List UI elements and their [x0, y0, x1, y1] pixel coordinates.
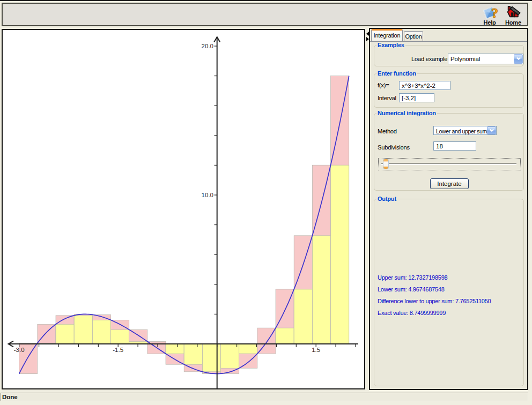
svg-text:-1.5: -1.5 [113, 347, 123, 353]
svg-text:?: ? [491, 5, 498, 20]
svg-text:20.0: 20.0 [202, 43, 213, 49]
svg-text:1.5: 1.5 [312, 347, 320, 353]
svg-text:-3.0: -3.0 [14, 347, 25, 353]
svg-text:10.0: 10.0 [202, 192, 213, 198]
